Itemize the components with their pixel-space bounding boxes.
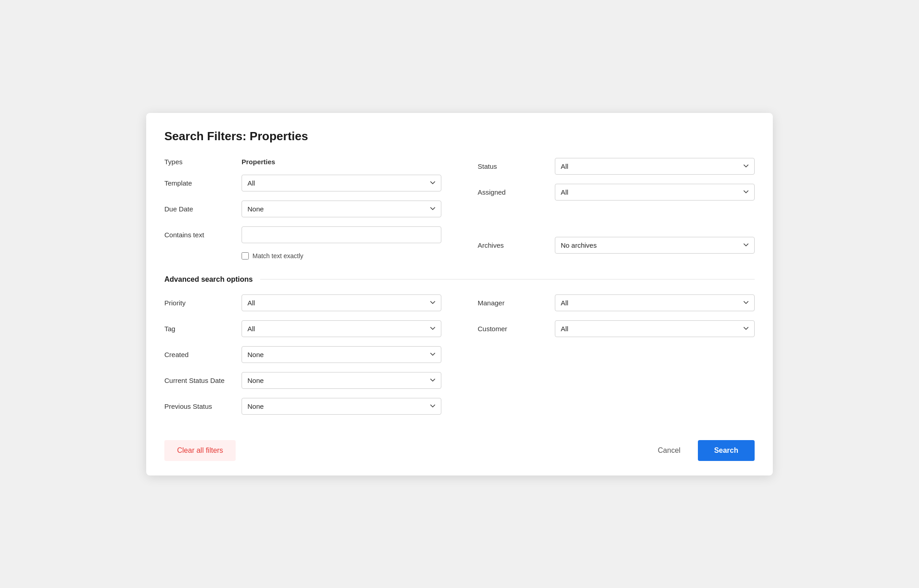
priority-label: Priority	[164, 299, 242, 307]
created-row: Created None	[164, 346, 441, 363]
customer-select[interactable]: All	[555, 320, 755, 337]
types-value: Properties	[242, 158, 441, 166]
advanced-section-title: Advanced search options	[164, 275, 253, 284]
due-date-control: None	[242, 201, 441, 217]
status-label: Status	[478, 162, 555, 170]
template-control: All	[242, 175, 441, 191]
customer-row: Customer All	[478, 320, 755, 337]
advanced-right-col: Manager All Customer All	[478, 294, 755, 424]
match-text-checkbox[interactable]	[242, 252, 249, 260]
manager-control: All	[555, 294, 755, 311]
tag-row: Tag All	[164, 320, 441, 337]
due-date-label: Due Date	[164, 205, 242, 213]
archives-control: No archives	[555, 237, 755, 254]
priority-row: Priority All	[164, 294, 441, 311]
template-select[interactable]: All	[242, 175, 441, 191]
cancel-button[interactable]: Cancel	[648, 441, 691, 460]
previous-status-label: Previous Status	[164, 402, 242, 410]
current-status-date-label: Current Status Date	[164, 377, 242, 384]
manager-label: Manager	[478, 299, 555, 307]
priority-select[interactable]: All	[242, 294, 441, 311]
search-filters-modal: Search Filters: Properties Types Propert…	[146, 113, 773, 475]
left-col: Types Properties Template All Due Date N…	[164, 158, 441, 263]
archives-select[interactable]: No archives	[555, 237, 755, 254]
manager-select[interactable]: All	[555, 294, 755, 311]
contains-text-label: Contains text	[164, 231, 242, 239]
contains-text-row: Contains text	[164, 226, 441, 243]
priority-control: All	[242, 294, 441, 311]
advanced-section-divider: Advanced search options	[164, 275, 755, 284]
archives-row: Archives No archives	[478, 237, 755, 254]
previous-status-row: Previous Status None	[164, 398, 441, 415]
divider-line	[260, 279, 755, 279]
types-row: Types Properties	[164, 158, 441, 166]
modal-title: Search Filters: Properties	[164, 129, 755, 143]
match-text-label[interactable]: Match text exactly	[252, 252, 303, 260]
status-select[interactable]: All	[555, 158, 755, 175]
created-control: None	[242, 346, 441, 363]
advanced-form-grid: Priority All Tag All Created	[164, 294, 755, 424]
assigned-label: Assigned	[478, 188, 555, 196]
assigned-row: Assigned All	[478, 184, 755, 201]
created-select[interactable]: None	[242, 346, 441, 363]
template-label: Template	[164, 179, 242, 187]
current-status-date-select[interactable]: None	[242, 372, 441, 389]
customer-label: Customer	[478, 325, 555, 333]
contains-text-input[interactable]	[242, 226, 441, 243]
assigned-select[interactable]: All	[555, 184, 755, 201]
footer-right: Cancel Search	[648, 440, 755, 461]
current-status-date-row: Current Status Date None	[164, 372, 441, 389]
created-label: Created	[164, 351, 242, 358]
current-status-date-control: None	[242, 372, 441, 389]
manager-row: Manager All	[478, 294, 755, 311]
template-row: Template All	[164, 175, 441, 191]
archives-label: Archives	[478, 241, 555, 249]
types-label: Types	[164, 158, 242, 166]
match-text-row: Match text exactly	[242, 252, 441, 260]
advanced-left-col: Priority All Tag All Created	[164, 294, 441, 424]
due-date-select[interactable]: None	[242, 201, 441, 217]
tag-select[interactable]: All	[242, 320, 441, 337]
modal-footer: Clear all filters Cancel Search	[164, 440, 755, 461]
spacer	[478, 210, 755, 237]
due-date-row: Due Date None	[164, 201, 441, 217]
status-row: Status All	[478, 158, 755, 175]
previous-status-select[interactable]: None	[242, 398, 441, 415]
tag-control: All	[242, 320, 441, 337]
search-button[interactable]: Search	[698, 440, 755, 461]
contains-text-control	[242, 226, 441, 243]
tag-label: Tag	[164, 325, 242, 333]
customer-control: All	[555, 320, 755, 337]
previous-status-control: None	[242, 398, 441, 415]
top-form-grid: Types Properties Template All Due Date N…	[164, 158, 755, 263]
assigned-control: All	[555, 184, 755, 201]
clear-all-filters-button[interactable]: Clear all filters	[164, 440, 236, 461]
right-col: Status All Assigned All	[478, 158, 755, 263]
status-control: All	[555, 158, 755, 175]
